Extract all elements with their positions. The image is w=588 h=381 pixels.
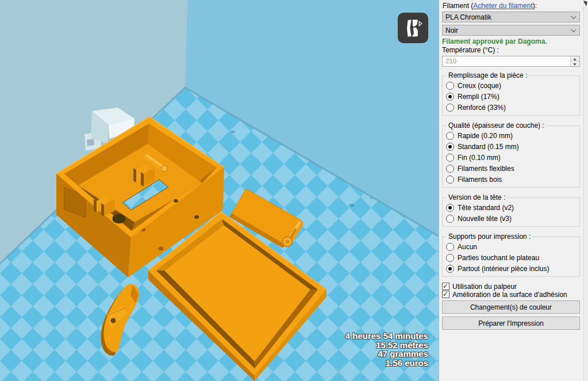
radio-label: Fin (0.10 mm) bbox=[458, 154, 501, 162]
radio-head-new[interactable]: Nouvelle tête (v3) bbox=[446, 213, 576, 224]
radio-label: Rapide (0.20 mm) bbox=[458, 132, 513, 140]
radio-infill-reinforced[interactable]: Renforcé (33%) bbox=[446, 102, 576, 113]
spin-up-icon[interactable] bbox=[571, 56, 579, 62]
radio-label: Aucun bbox=[458, 243, 477, 251]
print-time: 4 heures 54 minutes bbox=[345, 332, 428, 341]
radio-indicator bbox=[446, 265, 454, 273]
checkbox-label: Utilisation du palpeur bbox=[452, 283, 517, 291]
print-cost: 1.56 euros bbox=[345, 359, 428, 368]
radio-indicator bbox=[446, 104, 454, 112]
filament-color-select[interactable]: Noir bbox=[442, 25, 580, 36]
filament-approved-text: Filament approuvé par Dagoma. bbox=[442, 38, 580, 45]
quality-group: Qualité (épaisseur de couche) : Rapide (… bbox=[442, 121, 580, 188]
checkmark-icon bbox=[442, 291, 449, 298]
radio-label: Standard (0.15 mm) bbox=[458, 143, 519, 151]
infill-group: Remplissage de la pièce : Creux (coque) … bbox=[442, 71, 580, 116]
radio-support-none[interactable]: Aucun bbox=[446, 241, 576, 252]
buy-filament-link[interactable]: Acheter du filament bbox=[473, 2, 532, 10]
radio-indicator bbox=[446, 143, 454, 151]
checkmark-icon bbox=[442, 283, 449, 290]
radio-label: Tête standard (v2) bbox=[458, 204, 514, 212]
radio-quality-fast[interactable]: Rapide (0.20 mm) bbox=[446, 130, 576, 141]
dagoma-logo-icon bbox=[398, 13, 428, 43]
spin-down-icon[interactable] bbox=[571, 62, 579, 66]
chevron-down-icon bbox=[571, 27, 576, 32]
color-change-button[interactable]: Changement(s) de couleur bbox=[442, 300, 580, 314]
temperature-label: Température (°C) : bbox=[442, 47, 580, 54]
radio-quality-wood[interactable]: Filaments bois bbox=[446, 174, 576, 185]
radio-label: Creux (coque) bbox=[458, 82, 501, 90]
panel-scrollbar-strip[interactable] bbox=[583, 0, 588, 381]
checkbox-label: Amélioration de la surface d'adhésion bbox=[452, 291, 567, 299]
radio-label: Partout (intérieur pièce inclus) bbox=[458, 265, 549, 273]
radio-support-everywhere[interactable]: Partout (intérieur pièce inclus) bbox=[446, 263, 576, 274]
radio-support-touching[interactable]: Parties touchant le plateau bbox=[446, 252, 576, 263]
head-version-group: Version de la tête : Tête standard (v2) … bbox=[442, 193, 580, 227]
chevron-down-icon bbox=[571, 14, 576, 19]
radio-indicator bbox=[446, 132, 454, 140]
prepare-print-button[interactable]: Préparer l'Impression bbox=[442, 317, 580, 330]
radio-indicator bbox=[446, 254, 454, 262]
radio-quality-standard[interactable]: Standard (0.15 mm) bbox=[446, 141, 576, 152]
temperature-spinner: 210 bbox=[442, 56, 580, 67]
build-plate-scene bbox=[0, 0, 439, 381]
radio-indicator bbox=[446, 165, 454, 173]
head-version-legend: Version de la tête : bbox=[447, 193, 507, 201]
filament-type-value: PLA Chromatik bbox=[445, 13, 491, 21]
radio-head-standard[interactable]: Tête standard (v2) bbox=[446, 202, 576, 213]
radio-label: Renforcé (33%) bbox=[458, 104, 506, 112]
filament-label: Filament (Acheter du filament): bbox=[443, 2, 580, 10]
radio-indicator bbox=[446, 93, 454, 101]
checkbox-probe[interactable]: Utilisation du palpeur bbox=[442, 283, 580, 290]
radio-indicator bbox=[446, 204, 454, 212]
viewport-3d[interactable]: 4 heures 54 minutes 15.52 mètres 47 gram… bbox=[0, 0, 439, 381]
radio-label: Nouvelle tête (v3) bbox=[458, 215, 512, 223]
slicer-window: 4 heures 54 minutes 15.52 mètres 47 gram… bbox=[0, 0, 588, 381]
radio-indicator bbox=[446, 82, 454, 90]
radio-label: Rempli (17%) bbox=[458, 93, 499, 101]
temperature-value[interactable]: 210 bbox=[443, 56, 570, 66]
radio-infill-hollow[interactable]: Creux (coque) bbox=[446, 80, 576, 91]
radio-indicator bbox=[446, 243, 454, 251]
supports-legend: Supports pour impression : bbox=[447, 233, 532, 241]
infill-legend: Remplissage de la pièce : bbox=[447, 71, 529, 79]
quality-legend: Qualité (épaisseur de couche) : bbox=[447, 121, 546, 129]
radio-indicator bbox=[446, 154, 454, 162]
filament-label-prefix: Filament ( bbox=[443, 2, 473, 10]
filament-length: 15.52 mètres bbox=[345, 341, 428, 350]
print-stats: 4 heures 54 minutes 15.52 mètres 47 gram… bbox=[345, 332, 428, 367]
settings-panel: Filament (Acheter du filament): PLA Chro… bbox=[439, 0, 588, 381]
print-weight: 47 grammes bbox=[345, 349, 428, 359]
radio-label: Filaments flexibles bbox=[458, 165, 514, 173]
radio-quality-flexible[interactable]: Filaments flexibles bbox=[446, 163, 576, 174]
radio-label: Parties touchant le plateau bbox=[458, 254, 539, 262]
checkbox-adhesion[interactable]: Amélioration de la surface d'adhésion bbox=[442, 291, 580, 298]
radio-quality-fine[interactable]: Fin (0.10 mm) bbox=[446, 152, 576, 163]
filament-color-value: Noir bbox=[445, 26, 458, 35]
radio-label: Filaments bois bbox=[458, 176, 502, 184]
radio-indicator bbox=[446, 176, 454, 184]
supports-group: Supports pour impression : Aucun Parties… bbox=[442, 233, 580, 277]
filament-type-select[interactable]: PLA Chromatik bbox=[442, 12, 580, 22]
radio-indicator bbox=[446, 215, 454, 223]
radio-infill-filled[interactable]: Rempli (17%) bbox=[446, 91, 576, 102]
filament-label-suffix: ): bbox=[533, 2, 537, 10]
